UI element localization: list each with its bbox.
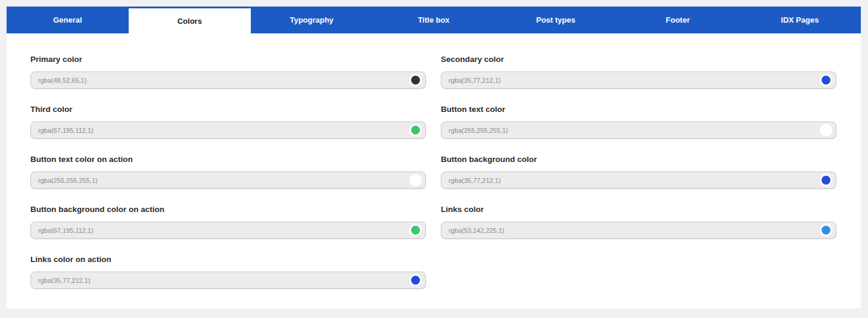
tab-post-types[interactable]: Post types [494, 7, 617, 33]
links-color-label: Links color [441, 205, 836, 214]
colors-settings-content: Primary color rgba(48,52,65,1) Third col… [7, 33, 861, 305]
button-text-color-label: Button text color [441, 105, 836, 114]
button-background-color-value: rgba(35,77,212,1) [449, 177, 500, 184]
button-text-color-value: rgba(255,255,255,1) [449, 127, 508, 134]
right-column: Secondary color rgba(35,77,212,1) Button… [441, 55, 836, 305]
button-background-color-on-action-value: rgba(67,195,112,1) [38, 227, 94, 234]
secondary-color-label: Secondary color [441, 55, 836, 64]
left-column: Primary color rgba(48,52,65,1) Third col… [30, 55, 426, 305]
links-color-picker[interactable]: rgba(53,142,225,1) [441, 222, 836, 239]
button-background-color-swatch[interactable] [822, 176, 830, 185]
third-color-group: Third color rgba(67,195,112,1) [30, 105, 426, 139]
button-text-color-on-action-group: Button text color on action rgba(255,255… [30, 155, 426, 189]
links-color-on-action-value: rgba(35,77,212,1) [38, 277, 90, 284]
tab-title-box[interactable]: Title box [373, 7, 495, 33]
primary-color-label: Primary color [30, 55, 426, 64]
primary-color-picker[interactable]: rgba(48,52,65,1) [30, 71, 426, 89]
primary-color-group: Primary color rgba(48,52,65,1) [30, 55, 426, 89]
button-background-color-group: Button background color rgba(35,77,212,1… [441, 155, 836, 189]
secondary-color-group: Secondary color rgba(35,77,212,1) [441, 55, 836, 89]
button-background-color-on-action-group: Button background color on action rgba(6… [30, 205, 426, 239]
links-color-on-action-swatch[interactable] [411, 276, 420, 285]
button-text-color-swatch[interactable] [822, 126, 830, 135]
secondary-color-swatch[interactable] [822, 76, 830, 85]
links-color-on-action-picker[interactable]: rgba(35,77,212,1) [30, 272, 426, 289]
button-background-color-on-action-swatch[interactable] [411, 226, 420, 235]
links-color-on-action-label: Links color on action [30, 255, 426, 264]
third-color-label: Third color [30, 105, 426, 114]
button-background-color-on-action-label: Button background color on action [30, 205, 426, 214]
secondary-color-picker[interactable]: rgba(35,77,212,1) [441, 71, 836, 89]
button-text-color-on-action-value: rgba(255,255,255,1) [38, 177, 98, 184]
button-background-color-label: Button background color [441, 155, 836, 164]
tab-general[interactable]: General [7, 7, 129, 33]
third-color-swatch[interactable] [411, 126, 420, 135]
links-color-on-action-group: Links color on action rgba(35,77,212,1) [30, 255, 426, 289]
button-text-color-on-action-swatch[interactable] [411, 176, 420, 185]
secondary-color-value: rgba(35,77,212,1) [449, 77, 500, 84]
tab-footer[interactable]: Footer [617, 7, 739, 33]
tab-colors[interactable]: Colors [129, 8, 251, 33]
links-color-group: Links color rgba(53,142,225,1) [441, 205, 836, 239]
third-color-value: rgba(67,195,112,1) [38, 127, 94, 134]
tab-idx-pages[interactable]: IDX Pages [739, 7, 861, 33]
button-text-color-group: Button text color rgba(255,255,255,1) [441, 105, 836, 139]
primary-color-value: rgba(48,52,65,1) [38, 77, 86, 84]
button-background-color-on-action-picker[interactable]: rgba(67,195,112,1) [30, 222, 426, 239]
button-text-color-picker[interactable]: rgba(255,255,255,1) [441, 121, 836, 139]
button-background-color-picker[interactable]: rgba(35,77,212,1) [441, 172, 836, 189]
links-color-swatch[interactable] [822, 226, 830, 235]
links-color-value: rgba(53,142,225,1) [449, 227, 505, 234]
theme-options-panel: General Colors Typography Title box Post… [7, 7, 861, 308]
third-color-picker[interactable]: rgba(67,195,112,1) [30, 121, 426, 139]
button-text-color-on-action-label: Button text color on action [30, 155, 426, 164]
primary-color-swatch[interactable] [411, 76, 420, 85]
tab-bar: General Colors Typography Title box Post… [7, 7, 861, 33]
tab-typography[interactable]: Typography [251, 7, 373, 33]
button-text-color-on-action-picker[interactable]: rgba(255,255,255,1) [30, 172, 426, 189]
